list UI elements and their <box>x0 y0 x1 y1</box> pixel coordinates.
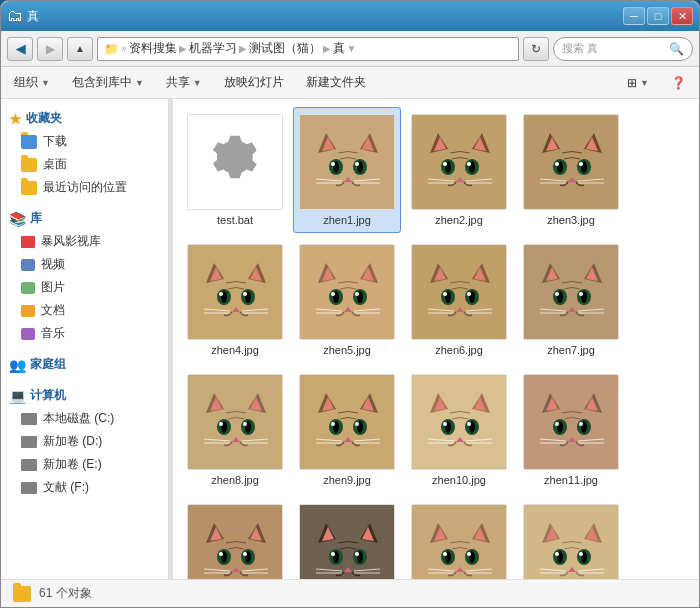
file-name: zhen10.jpg <box>432 474 486 486</box>
sidebar-item-docs[interactable]: 文档 <box>1 299 168 322</box>
file-item[interactable]: zhen4.jpg <box>181 237 289 363</box>
status-folder-icon <box>13 586 31 602</box>
sidebar-item-drive-f[interactable]: 文献 (F:) <box>1 476 168 499</box>
breadcrumb[interactable]: 📁 » 资料搜集 ▶ 机器学习 ▶ 测试图（猫） ▶ 真 ▼ <box>97 37 519 61</box>
file-name: zhen2.jpg <box>435 214 483 226</box>
share-button[interactable]: 共享 ▼ <box>161 71 207 94</box>
breadcrumb-part2[interactable]: 机器学习 <box>189 40 237 57</box>
file-item[interactable]: zhen1.jpg <box>293 107 401 233</box>
breadcrumb-part4[interactable]: 真 <box>333 40 345 57</box>
library-icon <box>21 236 35 248</box>
homegroup-header[interactable]: 👥 家庭组 <box>1 353 168 376</box>
title-bar-left: 🗂 真 <box>7 7 39 25</box>
sidebar-item-drive-e[interactable]: 新加卷 (E:) <box>1 453 168 476</box>
file-name: zhen5.jpg <box>323 344 371 356</box>
toolbar: 组织 ▼ 包含到库中 ▼ 共享 ▼ 放映幻灯片 新建文件夹 ⊞ ▼ ❓ <box>1 67 699 99</box>
folder-icon <box>21 158 37 172</box>
window-title: 真 <box>27 8 39 25</box>
favorites-section: ★ 收藏夹 下载 桌面 最近访问的位置 <box>1 107 168 199</box>
search-box[interactable]: 搜索 真 🔍 <box>553 37 693 61</box>
breadcrumb-part3[interactable]: 测试图（猫） <box>249 40 321 57</box>
refresh-button[interactable]: ↻ <box>523 37 549 61</box>
file-item[interactable]: zhen7.jpg <box>517 237 625 363</box>
breadcrumb-icon: 📁 <box>104 42 119 56</box>
sidebar-item-baofeng[interactable]: 暴风影视库 <box>1 230 168 253</box>
slideshow-button[interactable]: 放映幻灯片 <box>219 71 289 94</box>
computer-section: 💻 计算机 本地磁盘 (C:) 新加卷 (D:) 新加卷 (E:) <box>1 384 168 499</box>
file-name: zhen7.jpg <box>547 344 595 356</box>
search-icon[interactable]: 🔍 <box>669 42 684 56</box>
help-button[interactable]: ❓ <box>666 73 691 93</box>
include-arrow: ▼ <box>135 78 144 88</box>
file-item[interactable]: zhen3.jpg <box>517 107 625 233</box>
sidebar-item-pictures[interactable]: 图片 <box>1 276 168 299</box>
title-bar-controls: ─ □ ✕ <box>623 7 693 25</box>
sidebar-item-videos[interactable]: 视频 <box>1 253 168 276</box>
close-button[interactable]: ✕ <box>671 7 693 25</box>
drive-icon <box>21 413 37 425</box>
sidebar: ★ 收藏夹 下载 桌面 最近访问的位置 📚 <box>1 99 169 579</box>
file-item[interactable]: zhen11.jpg <box>517 367 625 493</box>
drive-icon <box>21 459 37 471</box>
sidebar-item-music[interactable]: 音乐 <box>1 322 168 345</box>
computer-header[interactable]: 💻 计算机 <box>1 384 168 407</box>
maximize-button[interactable]: □ <box>647 7 669 25</box>
view-options-button[interactable]: ⊞ ▼ <box>622 73 654 93</box>
favorites-header[interactable]: ★ 收藏夹 <box>1 107 168 130</box>
forward-button[interactable]: ▶ <box>37 37 63 61</box>
file-item[interactable]: zhen13.jpg <box>293 497 401 579</box>
file-item[interactable]: zhen5.jpg <box>293 237 401 363</box>
drive-icon <box>21 482 37 494</box>
file-item[interactable]: zhen14.jpg <box>405 497 513 579</box>
homegroup-section: 👥 家庭组 <box>1 353 168 376</box>
file-name: zhen3.jpg <box>547 214 595 226</box>
organize-button[interactable]: 组织 ▼ <box>9 71 55 94</box>
include-library-button[interactable]: 包含到库中 ▼ <box>67 71 149 94</box>
organize-arrow: ▼ <box>41 78 50 88</box>
file-grid: test.batzhen1.jpgzhen2.jpgzhen3.jpgzhen4… <box>173 99 699 579</box>
file-name: zhen4.jpg <box>211 344 259 356</box>
file-item[interactable]: zhen15.jpg <box>517 497 625 579</box>
file-name: zhen8.jpg <box>211 474 259 486</box>
folder-icon <box>21 181 37 195</box>
drive-icon <box>21 436 37 448</box>
group-icon: 👥 <box>9 357 26 373</box>
sidebar-item-drive-c[interactable]: 本地磁盘 (C:) <box>1 407 168 430</box>
file-item[interactable]: zhen2.jpg <box>405 107 513 233</box>
file-name: test.bat <box>217 214 253 226</box>
video-icon <box>21 259 35 271</box>
file-item[interactable]: test.bat <box>181 107 289 233</box>
file-item[interactable]: zhen12.jpg <box>181 497 289 579</box>
file-name: zhen1.jpg <box>323 214 371 226</box>
share-arrow: ▼ <box>193 78 202 88</box>
file-item[interactable]: zhen10.jpg <box>405 367 513 493</box>
back-button[interactable]: ◀ <box>7 37 33 61</box>
file-name: zhen11.jpg <box>544 474 598 486</box>
sidebar-item-recent[interactable]: 最近访问的位置 <box>1 176 168 199</box>
main-content: ★ 收藏夹 下载 桌面 最近访问的位置 📚 <box>1 99 699 579</box>
sidebar-item-desktop[interactable]: 桌面 <box>1 153 168 176</box>
file-item[interactable]: zhen6.jpg <box>405 237 513 363</box>
picture-icon <box>21 282 35 294</box>
breadcrumb-part1[interactable]: 资料搜集 <box>129 40 177 57</box>
minimize-button[interactable]: ─ <box>623 7 645 25</box>
library-header[interactable]: 📚 库 <box>1 207 168 230</box>
sidebar-item-drive-d[interactable]: 新加卷 (D:) <box>1 430 168 453</box>
sidebar-item-downloads[interactable]: 下载 <box>1 130 168 153</box>
folder-icon <box>21 135 37 149</box>
new-folder-button[interactable]: 新建文件夹 <box>301 71 371 94</box>
music-icon <box>21 328 35 340</box>
library-section: 📚 库 暴风影视库 视频 图片 文档 <box>1 207 168 345</box>
search-placeholder: 搜索 真 <box>562 41 598 56</box>
computer-icon: 💻 <box>9 388 26 404</box>
status-bar: 61 个对象 <box>1 579 699 607</box>
file-name: zhen6.jpg <box>435 344 483 356</box>
docs-icon <box>21 305 35 317</box>
file-item[interactable]: zhen9.jpg <box>293 367 401 493</box>
up-button[interactable]: ▲ <box>67 37 93 61</box>
status-count: 61 个对象 <box>39 585 92 602</box>
explorer-window: 🗂 真 ─ □ ✕ ◀ ▶ ▲ 📁 » 资料搜集 ▶ 机器学习 ▶ 测试图（猫）… <box>0 0 700 608</box>
file-item[interactable]: zhen8.jpg <box>181 367 289 493</box>
title-bar: 🗂 真 ─ □ ✕ <box>1 1 699 31</box>
address-bar: ◀ ▶ ▲ 📁 » 资料搜集 ▶ 机器学习 ▶ 测试图（猫） ▶ 真 ▼ ↻ 搜… <box>1 31 699 67</box>
